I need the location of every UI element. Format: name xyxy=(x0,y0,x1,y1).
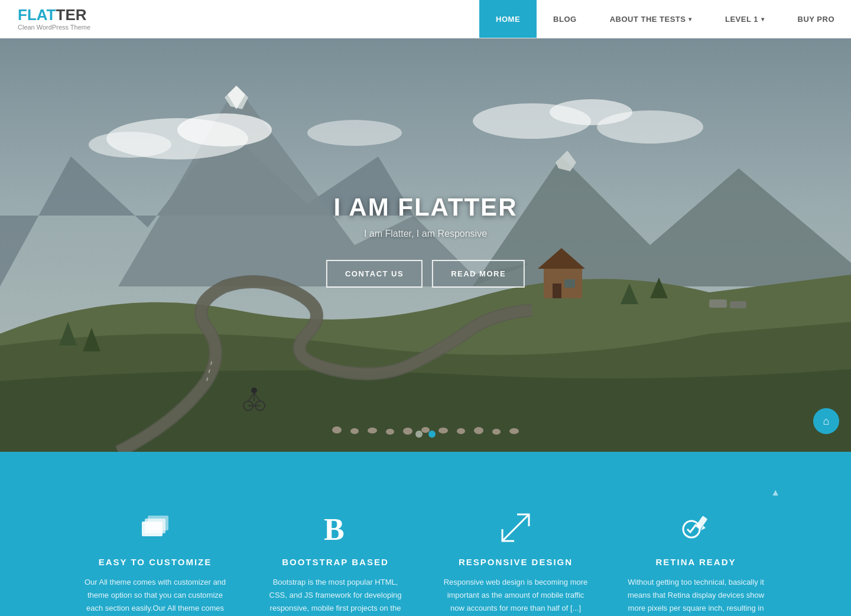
feature-retina-text: Without getting too technical, basically… xyxy=(623,576,768,615)
brand-flat: FLAT xyxy=(18,6,56,24)
nav-level1[interactable]: LEVEL 1 ▾ xyxy=(709,0,781,38)
svg-point-13 xyxy=(307,120,402,146)
feature-bootstrap-text: Bootstrap is the most popular HTML, CSS,… xyxy=(263,576,408,616)
svg-text:B: B xyxy=(324,513,345,544)
svg-point-41 xyxy=(509,428,519,434)
slider-dot-1[interactable] xyxy=(415,431,423,438)
features-up-arrow: ▲ xyxy=(71,487,780,498)
feature-bootstrap-icon: B xyxy=(263,510,408,545)
svg-point-34 xyxy=(386,429,394,435)
svg-point-8 xyxy=(177,113,272,146)
feature-responsive-text: Responsive web design is becoming more i… xyxy=(443,576,588,615)
svg-point-38 xyxy=(457,428,465,434)
svg-point-35 xyxy=(403,428,412,435)
svg-line-46 xyxy=(502,514,529,541)
brand-subtitle: Clean WordPress Theme xyxy=(18,24,90,31)
brand-title: FLATTER xyxy=(18,7,90,22)
level1-dropdown-icon: ▾ xyxy=(761,16,765,22)
feature-retina-title: RETINA READY xyxy=(623,557,768,567)
features-grid: EASY TO CUSTOMIZE Our All theme comes wi… xyxy=(71,504,780,616)
svg-point-31 xyxy=(332,426,342,434)
svg-rect-16 xyxy=(553,283,561,298)
feature-responsive: RESPONSIVE DESIGN Responsive web design … xyxy=(431,504,600,616)
svg-point-33 xyxy=(368,428,377,434)
svg-point-37 xyxy=(439,428,448,434)
svg-rect-17 xyxy=(564,279,575,288)
up-arrow-icon: ▲ xyxy=(771,487,780,497)
svg-rect-44 xyxy=(148,516,168,530)
feature-responsive-title: RESPONSIVE DESIGN xyxy=(443,557,588,567)
slider-dots xyxy=(415,431,436,438)
slider-dot-2[interactable] xyxy=(428,431,436,438)
scroll-to-top-button[interactable]: ⌂ xyxy=(813,408,839,434)
home-icon: ⌂ xyxy=(823,415,830,428)
feature-retina: RETINA READY Without getting too technic… xyxy=(612,504,780,616)
svg-point-26 xyxy=(251,387,257,393)
feature-bootstrap-title: BOOTSTRAP BASED xyxy=(263,557,408,567)
feature-customize: EASY TO CUSTOMIZE Our All theme comes wi… xyxy=(71,504,239,616)
hero-section: I AM FLATTER I am Flatter, I am Responsi… xyxy=(0,38,851,452)
feature-responsive-icon xyxy=(443,510,588,545)
brand-ter: TER xyxy=(56,6,87,24)
hero-buttons: CONTACT US READ MORE xyxy=(326,260,525,288)
about-dropdown-icon: ▾ xyxy=(688,16,692,22)
hero-content: I AM FLATTER I am Flatter, I am Responsi… xyxy=(326,193,525,288)
nav-buy-pro[interactable]: BUY PRO xyxy=(781,0,852,38)
feature-bootstrap: B BOOTSTRAP BASED Bootstrap is the most … xyxy=(251,504,420,616)
feature-customize-title: EASY TO CUSTOMIZE xyxy=(83,557,228,567)
svg-point-9 xyxy=(89,132,171,158)
svg-point-12 xyxy=(597,110,703,144)
nav-blog[interactable]: BLOG xyxy=(537,0,593,38)
navbar: FLATTER Clean WordPress Theme HOME BLOG … xyxy=(0,0,851,38)
hero-title: I AM FLATTER xyxy=(326,193,525,221)
feature-customize-icon xyxy=(83,510,228,545)
svg-rect-29 xyxy=(709,299,727,308)
contact-us-button[interactable]: CONTACT US xyxy=(326,260,423,288)
nav-about[interactable]: ABOUT THE TESTS ▾ xyxy=(593,0,709,38)
feature-retina-icon xyxy=(623,510,768,545)
hero-subtitle: I am Flatter, I am Responsive xyxy=(326,229,525,239)
svg-point-39 xyxy=(474,427,483,434)
read-more-button[interactable]: READ MORE xyxy=(432,260,525,288)
svg-point-40 xyxy=(492,429,501,435)
feature-customize-text: Our All theme comes with customizer and … xyxy=(83,576,228,616)
nav-home[interactable]: HOME xyxy=(479,0,537,38)
svg-rect-30 xyxy=(730,301,746,308)
svg-point-32 xyxy=(350,428,359,434)
svg-rect-14 xyxy=(544,269,582,298)
main-nav: HOME BLOG ABOUT THE TESTS ▾ LEVEL 1 ▾ BU… xyxy=(479,0,851,38)
brand-logo[interactable]: FLATTER Clean WordPress Theme xyxy=(0,7,108,31)
features-section: ▲ EASY TO CUSTOMIZE Our All theme comes … xyxy=(0,452,851,616)
